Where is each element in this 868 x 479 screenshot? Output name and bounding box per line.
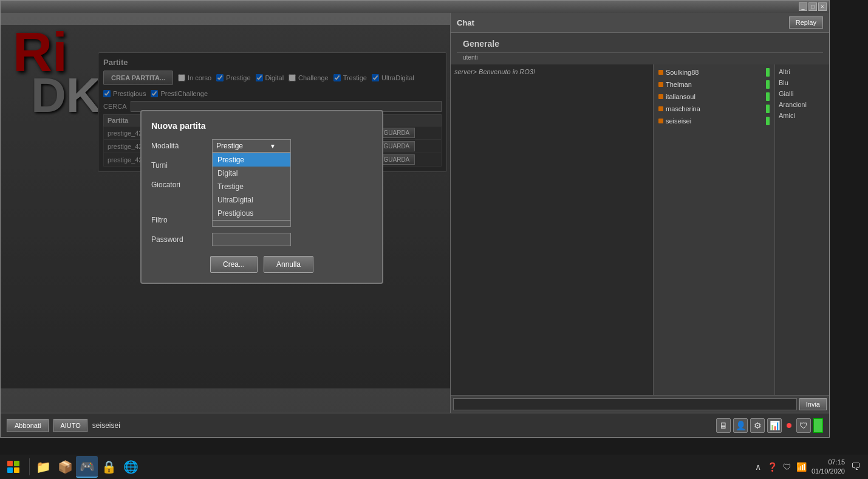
tray-wifi-icon[interactable]: 📶 [796, 461, 808, 473]
online-indicator [766, 117, 770, 125]
username-label: mascherina [666, 105, 700, 112]
logo-cell-3 [7, 467, 13, 473]
online-indicator [766, 92, 770, 101]
clock-time: 07:15 [812, 458, 845, 467]
online-indicator [766, 105, 770, 113]
minimize-button[interactable]: _ [799, 2, 807, 11]
user-dot-icon [658, 119, 663, 123]
dropdown-arrow-icon: ▼ [270, 143, 276, 150]
chat-users-list: Soulking88 Thelman italiansoul mascherin… [653, 64, 774, 395]
option-prestige[interactable]: Prestige [213, 153, 290, 167]
system-clock[interactable]: 07:15 01/10/2020 [812, 458, 845, 477]
username-label: Thelman [666, 81, 692, 88]
user-dot-icon [658, 94, 663, 99]
user-item: mascherina [656, 103, 772, 114]
user-item: Thelman [656, 79, 772, 90]
option-ultradigital[interactable]: UltraDigital [213, 193, 290, 207]
option-trestige[interactable]: Trestige [213, 180, 290, 193]
security-icon: 🔒 [101, 460, 117, 474]
dropbox-icon: 📦 [58, 460, 73, 474]
chat-generale: Generale [457, 35, 823, 53]
taskbar-app[interactable]: 🎮 [76, 456, 98, 478]
game-window: _ □ × Ri DK Partite CREA PARTITA... In c… [0, 0, 830, 438]
notification-icon[interactable]: 🗨 [851, 461, 861, 472]
taskbar-file-explorer[interactable]: 📁 [32, 456, 54, 478]
tray-icons: ∧ ❓ 🛡 📶 [752, 461, 808, 473]
taskbar-dropbox[interactable]: 📦 [54, 456, 76, 478]
giocatori-label: Giocatori [151, 181, 212, 189]
signal-bar [813, 418, 823, 433]
clock-date: 01/10/2020 [812, 467, 845, 476]
icon-4[interactable]: 📊 [767, 418, 782, 433]
modalita-dropdown: Prestige Digital Trestige UltraDigital P… [212, 153, 291, 221]
tray-expand[interactable]: ∧ [752, 461, 764, 473]
logo-cell-2 [14, 461, 19, 466]
chat-panel: Chat Replay Generale utenti server> Benv… [450, 13, 829, 413]
modalita-row: Modalità Prestige ▼ Prestige Digital Tre… [151, 139, 372, 153]
chat-categories: Altri Blu Gialli Arancioni Amici [774, 64, 829, 395]
taskbar-edge[interactable]: 🌐 [120, 456, 142, 478]
taskbar-security[interactable]: 🔒 [98, 456, 120, 478]
cat-arancioni[interactable]: Arancioni [777, 100, 827, 109]
taskbar: 📁 📦 🎮 🔒 🌐 ∧ ❓ 🛡 📶 07:15 01/10/2020 🗨 [0, 455, 868, 479]
option-prestigious[interactable]: Prestigious [213, 207, 290, 220]
generale-section: Generale utenti [451, 33, 829, 64]
selected-option: Prestige [216, 142, 243, 150]
filtro-label: Filtro [151, 216, 212, 224]
replay-button[interactable]: Replay [789, 16, 823, 29]
password-label: Password [151, 235, 212, 244]
icon-2[interactable]: 👤 [733, 418, 748, 433]
password-row: Password [151, 233, 372, 246]
annulla-button[interactable]: Annulla [264, 256, 313, 273]
left-panel: Ri DK Partite CREA PARTITA... In corso P… [1, 13, 450, 413]
online-indicator [766, 80, 770, 89]
current-username: seiseisei [92, 421, 120, 430]
user-item: italiansoul [656, 91, 772, 102]
user-dot-icon [658, 106, 663, 111]
abbonati-button[interactable]: Abbonati [7, 419, 49, 432]
online-status-dot [787, 423, 791, 428]
chat-input[interactable] [453, 398, 797, 410]
user-dot-icon [658, 82, 663, 87]
start-button[interactable] [2, 456, 24, 478]
option-digital[interactable]: Digital [213, 167, 290, 180]
cat-gialli[interactable]: Gialli [777, 89, 827, 98]
username-label: Soulking88 [666, 69, 699, 76]
cat-blu[interactable]: Blu [777, 78, 827, 88]
modalita-select-display[interactable]: Prestige ▼ [212, 139, 291, 153]
bottom-icons: 🖥 👤 ⚙ 📊 🛡 [716, 418, 823, 433]
crea-button[interactable]: Crea... [210, 256, 258, 273]
close-button[interactable]: × [818, 2, 827, 11]
password-control [212, 233, 372, 246]
tray-antivirus-icon[interactable]: 🛡 [781, 461, 793, 473]
logo-cell-4 [14, 467, 19, 473]
nuova-partita-dialog: Nuova partita Modalità Prestige ▼ Presti… [140, 110, 383, 284]
cat-amici[interactable]: Amici [777, 111, 827, 120]
modalita-control: Prestige ▼ Prestige Digital Trestige Ult… [212, 139, 372, 153]
icon-5[interactable]: 🛡 [796, 418, 811, 433]
icon-3[interactable]: ⚙ [750, 418, 765, 433]
turni-label: Turni [151, 161, 212, 170]
user-item: seiseisei [656, 115, 772, 126]
chat-header: Chat Replay [451, 13, 829, 33]
browser-icon: 🌐 [123, 460, 138, 474]
bottom-bar: Abbonati AIUTO seiseisei 🖥 👤 ⚙ 📊 🛡 [1, 413, 829, 437]
invia-button[interactable]: Invia [799, 398, 827, 410]
windows-logo-icon [7, 461, 19, 473]
online-indicator [766, 68, 770, 77]
password-input[interactable] [212, 233, 291, 246]
aiuto-button[interactable]: AIUTO [53, 419, 87, 432]
user-item: Soulking88 [656, 67, 772, 78]
icon-1[interactable]: 🖥 [716, 418, 731, 433]
tray-help-icon[interactable]: ❓ [767, 461, 779, 473]
taskbar-right: ∧ ❓ 🛡 📶 07:15 01/10/2020 🗨 [752, 458, 866, 477]
logo-cell-1 [7, 461, 13, 466]
chat-body: server> Benvenuto in RO3! Soulking88 The… [451, 64, 829, 395]
cat-altri[interactable]: Altri [777, 67, 827, 77]
file-explorer-icon: 📁 [36, 460, 51, 474]
maximize-button[interactable]: □ [808, 2, 817, 11]
modalita-select-wrapper: Prestige ▼ Prestige Digital Trestige Ult… [212, 139, 291, 153]
chat-messages: server> Benvenuto in RO3! [451, 64, 653, 395]
username-label: italiansoul [666, 93, 695, 100]
modalita-label: Modalità [151, 142, 212, 150]
